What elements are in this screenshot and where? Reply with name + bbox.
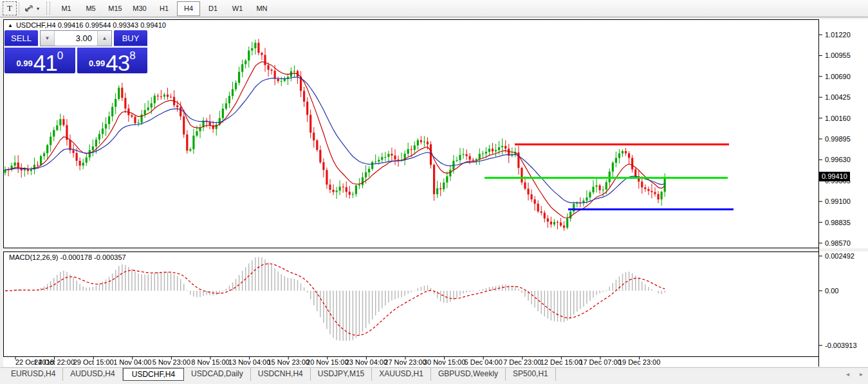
candle-body	[446, 176, 448, 183]
symbol-ohlc-text: USDCHF,H4 0.99416 0.99544 0.99343 0.9941…	[16, 21, 166, 29]
candle-body	[313, 133, 315, 140]
candle-body	[411, 149, 412, 150]
chart-tabs: EURUSD,H4AUDUSD,H4USDCHF,H4USDCAD,DailyU…	[4, 368, 556, 381]
candle-body	[384, 157, 386, 158]
chart-tab-audusd[interactable]: AUDUSD,H4	[63, 368, 122, 381]
tab-scroll-buttons: ◂ ▸	[846, 370, 863, 378]
candle-body	[661, 192, 663, 199]
candle-body	[137, 122, 139, 123]
candle-body	[225, 104, 227, 109]
candle-body	[248, 50, 250, 60]
volume-increase-button[interactable]: ▲	[97, 31, 111, 46]
candle-body	[183, 116, 185, 134]
candle-body	[592, 187, 594, 192]
candle-body	[414, 145, 416, 150]
chart-tab-eurusd[interactable]: EURUSD,H4	[4, 368, 63, 381]
chart-tab-usdcnh[interactable]: USDCNH,H4	[251, 368, 311, 381]
timeframe-button-m30[interactable]: M30	[128, 1, 151, 16]
tab-scroll-left-icon[interactable]: ◂	[846, 370, 849, 378]
chart-tab-xauusd[interactable]: XAUUSD,H1	[372, 368, 431, 381]
candle-body	[569, 212, 571, 219]
candle-body	[59, 119, 61, 125]
buy-price-button[interactable]: 0.99 43 8	[77, 48, 148, 73]
timeframe-button-mn[interactable]: MN	[250, 1, 273, 16]
price-axis-label: 0.98835	[825, 219, 851, 226]
candle-body	[374, 161, 376, 162]
candle-body	[391, 154, 392, 156]
candle-body	[293, 71, 295, 71]
candle-body	[281, 81, 282, 82]
candle-body	[346, 187, 347, 192]
timeframe-button-m5[interactable]: M5	[79, 1, 102, 16]
buy-price-prefix: 0.99	[89, 59, 105, 68]
candle-body	[151, 104, 152, 108]
buy-button[interactable]: BUY	[114, 30, 147, 46]
volume-input[interactable]: 3.00	[55, 31, 97, 46]
price-axis-label: 0.99895	[825, 135, 851, 143]
candle-body	[303, 91, 305, 102]
time-axis-label: 19 Dec 23:00	[618, 358, 660, 366]
time-axis-label: 29 Oct 15:00	[73, 358, 114, 366]
timeframe-button-m15[interactable]: M15	[104, 1, 127, 16]
chart-tab-usdcad[interactable]: USDCAD,Daily	[184, 368, 251, 381]
candle-body	[654, 192, 656, 194]
chart-tab-usdchf[interactable]: USDCHF,H4	[123, 368, 184, 381]
timeframe-button-m1[interactable]: M1	[55, 1, 78, 16]
candle-body	[192, 136, 194, 149]
sell-price-prefix: 0.99	[16, 59, 32, 68]
timeframe-button-w1[interactable]: W1	[226, 1, 249, 16]
candle-body	[167, 95, 169, 97]
chart-tab-sp500[interactable]: SP500,H1	[506, 368, 556, 381]
candle-body	[397, 160, 399, 160]
macd-axis-label: 0.002492	[825, 252, 854, 260]
top-toolbar: T ▾ M1M5M15M30H1H4D1W1MN	[0, 0, 868, 17]
candle-body	[407, 149, 409, 154]
candle-body	[427, 142, 429, 144]
pane-splitter[interactable]	[4, 248, 819, 251]
candle-body	[651, 191, 652, 192]
volume-decrease-button[interactable]: ▼	[41, 31, 55, 46]
candle-body	[342, 187, 344, 187]
collapse-panel-icon[interactable]: ▲	[8, 23, 13, 28]
candle-body	[160, 96, 162, 97]
macd-indicator-label: MACD(12,26,9) -0.000178 -0.000357	[9, 253, 126, 261]
chart-tab-usdjpy[interactable]: USDJPY,M15	[311, 368, 372, 381]
candle-body	[349, 192, 351, 194]
timeframe-button-d1[interactable]: D1	[201, 1, 225, 16]
candle-body	[602, 190, 604, 190]
time-axis-label: 20 Nov 15:00	[306, 358, 348, 366]
text-tool-icon[interactable]: T	[3, 1, 17, 15]
candle-body	[238, 72, 240, 83]
candle-body	[154, 96, 156, 104]
candle-body	[586, 197, 587, 201]
candle-body	[524, 183, 526, 189]
candle-body	[4, 170, 6, 173]
candle-body	[498, 147, 500, 150]
candle-body	[95, 140, 97, 147]
time-axis-label: 30 Nov 15:00	[423, 358, 465, 366]
one-click-trade-panel: SELL ▼ 3.00 ▲ BUY 0.99 41 0 0.99 43 8	[5, 30, 147, 73]
candle-body	[196, 131, 198, 136]
candle-body	[30, 170, 32, 171]
chart-title: ▲ USDCHF,H4 0.99416 0.99544 0.99343 0.99…	[8, 21, 166, 29]
sell-button[interactable]: SELL	[5, 30, 38, 46]
candle-body	[332, 190, 334, 192]
cursor-mode-button[interactable]: ▾	[21, 1, 41, 15]
candle-body	[534, 199, 536, 204]
price-axis-label: 1.00160	[825, 114, 851, 122]
candle-body	[134, 116, 136, 123]
sell-price-button[interactable]: 0.99 41 0	[5, 48, 75, 73]
candle-body	[339, 187, 341, 190]
chart-tab-bar: EURUSD,H4AUDUSD,H4USDCHF,H4USDCAD,DailyU…	[0, 367, 868, 381]
candle-body	[634, 169, 636, 176]
candle-body	[566, 219, 568, 228]
timeframe-button-h1[interactable]: H1	[152, 1, 176, 16]
candle-body	[550, 221, 552, 224]
candle-body	[657, 194, 659, 199]
timeframe-button-h4[interactable]: H4	[177, 1, 200, 16]
chart-tab-gbpusd[interactable]: GBPUSD,Weekly	[431, 368, 506, 381]
candle-body	[124, 98, 126, 109]
tab-scroll-right-icon[interactable]: ▸	[860, 370, 863, 378]
price-axis-label: 0.98570	[825, 239, 851, 247]
candle-body	[37, 165, 39, 165]
